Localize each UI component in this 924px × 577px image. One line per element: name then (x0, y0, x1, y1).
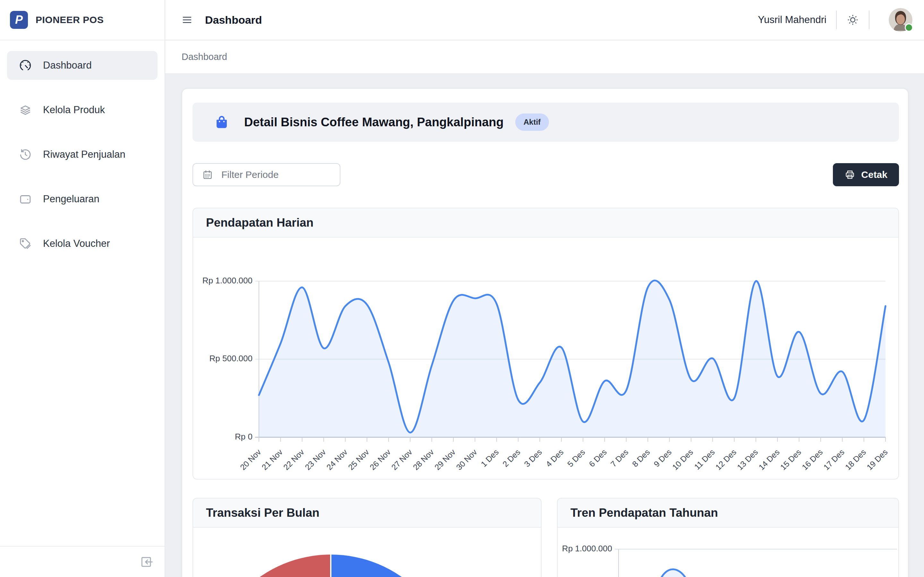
tren-pendapatan-tahunan-chart: Rp 1.000.000 (557, 528, 898, 577)
sidebar-item-label: Kelola Produk (43, 104, 105, 116)
panel-header: Transaksi Per Bulan (193, 498, 541, 528)
divider (869, 11, 869, 29)
sidebar-nav: DashboardKelola ProdukRiwayat PenjualanP… (0, 40, 165, 258)
transaksi-per-bulan-title: Transaksi Per Bulan (206, 506, 320, 520)
sidebar-item-label: Dashboard (43, 60, 92, 71)
svg-text:24 Nov: 24 Nov (325, 447, 349, 472)
hamburger-icon[interactable] (181, 14, 193, 26)
svg-text:21 Nov: 21 Nov (260, 447, 284, 472)
toolbar: Filter Periode Cetak (192, 163, 899, 186)
sidebar-item-pengeluaran[interactable]: Pengeluaran (7, 185, 158, 213)
cetak-label: Cetak (861, 169, 887, 180)
svg-text:Rp 1.000.000: Rp 1.000.000 (562, 544, 612, 553)
business-detail-banner: Detail Bisnis Coffee Mawang, Pangkalpina… (192, 103, 899, 142)
sidebar-item-kelola-voucher[interactable]: Kelola Voucher (7, 229, 158, 258)
shopping-bag-icon (214, 115, 229, 129)
layers-icon (19, 103, 32, 117)
pie-slice-divider (330, 554, 331, 577)
content-area: Detail Bisnis Coffee Mawang, Pangkalpina… (165, 74, 924, 577)
sidebar-item-kelola-produk[interactable]: Kelola Produk (7, 95, 158, 124)
panel-header: Tren Pendapatan Tahunan (557, 498, 898, 528)
svg-text:2 Des: 2 Des (501, 448, 522, 469)
online-status-badge (905, 23, 913, 32)
svg-text:28 Nov: 28 Nov (411, 447, 435, 472)
panel-header: Pendapatan Harian (193, 208, 898, 237)
gauge-icon (19, 59, 32, 72)
pendapatan-harian-title: Pendapatan Harian (206, 216, 313, 229)
breadcrumb-bar: Dashboard (165, 40, 924, 74)
svg-text:13 Des: 13 Des (735, 448, 760, 472)
wallet-icon (19, 192, 32, 206)
transaksi-per-bulan-panel: Transaksi Per Bulan (192, 498, 541, 577)
main-column: Dashboard Yusril Mahendri Dashboard (165, 0, 924, 577)
svg-text:17 Des: 17 Des (822, 448, 846, 472)
sidebar: P PIONEER POS DashboardKelola ProdukRiwa… (0, 0, 165, 577)
page-title: Dashboard (205, 14, 262, 26)
sidebar-item-label: Pengeluaran (43, 193, 99, 205)
sidebar-item-label: Kelola Voucher (43, 238, 110, 250)
svg-text:3 Des: 3 Des (522, 448, 543, 469)
svg-text:7 Des: 7 Des (609, 448, 630, 469)
brand-logo-icon: P (10, 11, 28, 29)
tren-pendapatan-tahunan-title: Tren Pendapatan Tahunan (570, 506, 718, 520)
avatar[interactable] (889, 8, 913, 32)
svg-text:29 Nov: 29 Nov (433, 447, 457, 472)
filter-periode-button[interactable]: Filter Periode (192, 163, 341, 186)
filter-periode-label: Filter Periode (221, 169, 278, 180)
svg-text:Rp 0: Rp 0 (235, 432, 252, 442)
svg-text:11 Des: 11 Des (692, 448, 716, 472)
svg-text:6 Des: 6 Des (587, 448, 608, 469)
history-icon (19, 148, 32, 161)
svg-text:Rp 1.000.000: Rp 1.000.000 (202, 276, 252, 285)
pendapatan-harian-chart: Rp 1.000.000Rp 500.000Rp 020 Nov21 Nov22… (193, 237, 898, 479)
svg-text:10 Des: 10 Des (670, 448, 695, 472)
svg-text:15 Des: 15 Des (779, 448, 803, 472)
svg-text:5 Des: 5 Des (565, 448, 587, 469)
svg-text:22 Nov: 22 Nov (281, 447, 306, 472)
voucher-icon (19, 237, 32, 250)
svg-text:9 Des: 9 Des (652, 448, 673, 469)
printer-icon (845, 169, 855, 180)
svg-text:30 Nov: 30 Nov (454, 447, 479, 472)
pendapatan-harian-panel: Pendapatan Harian Rp 1.000.000Rp 500.000… (192, 208, 899, 480)
transaksi-per-bulan-chart (193, 528, 541, 577)
svg-text:4 Des: 4 Des (544, 448, 565, 469)
bottom-row: Transaksi Per Bulan Tren Pendapatan Tahu… (192, 498, 899, 577)
calendar-icon (202, 169, 213, 180)
svg-text:26 Nov: 26 Nov (368, 447, 393, 472)
sidebar-item-riwayat-penjualan[interactable]: Riwayat Penjualan (7, 140, 158, 169)
dashboard-card: Detail Bisnis Coffee Mawang, Pangkalpina… (182, 88, 909, 577)
svg-text:25 Nov: 25 Nov (346, 447, 371, 472)
svg-text:12 Des: 12 Des (714, 448, 738, 472)
breadcrumb[interactable]: Dashboard (182, 52, 227, 62)
svg-text:27 Nov: 27 Nov (389, 447, 414, 472)
brand: P PIONEER POS (0, 0, 165, 40)
brand-name: PIONEER POS (36, 15, 103, 25)
svg-text:19 Des: 19 Des (865, 448, 889, 472)
topbar: Dashboard Yusril Mahendri (165, 0, 924, 40)
svg-text:20 Nov: 20 Nov (238, 447, 263, 472)
divider (836, 11, 837, 29)
svg-text:16 Des: 16 Des (800, 448, 825, 472)
user-name: Yusril Mahendri (758, 14, 827, 26)
sidebar-footer (0, 546, 165, 577)
svg-text:Rp 500.000: Rp 500.000 (210, 354, 252, 363)
svg-text:8 Des: 8 Des (630, 448, 652, 469)
sidebar-item-dashboard[interactable]: Dashboard (7, 51, 158, 80)
sun-icon[interactable] (846, 13, 859, 26)
status-badge: Aktif (515, 113, 549, 131)
app-root: P PIONEER POS DashboardKelola ProdukRiwa… (0, 0, 924, 577)
collapse-sidebar-icon[interactable] (140, 555, 153, 569)
svg-text:18 Des: 18 Des (843, 448, 867, 472)
svg-text:14 Des: 14 Des (757, 448, 781, 472)
business-title: Detail Bisnis Coffee Mawang, Pangkalpina… (244, 115, 504, 129)
cetak-button[interactable]: Cetak (833, 163, 899, 186)
sidebar-item-label: Riwayat Penjualan (43, 149, 126, 160)
tren-pendapatan-tahunan-panel: Tren Pendapatan Tahunan Rp 1.000.000 (557, 498, 899, 577)
svg-text:1 Des: 1 Des (479, 448, 500, 469)
svg-text:23 Nov: 23 Nov (303, 447, 328, 472)
